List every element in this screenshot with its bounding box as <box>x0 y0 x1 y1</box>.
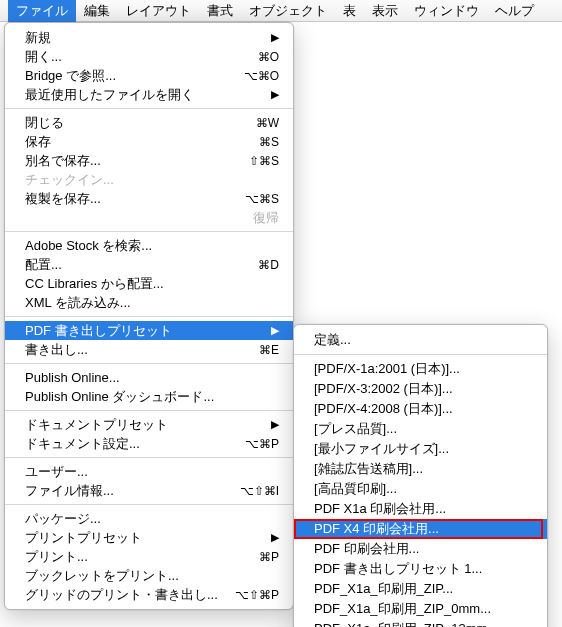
menu-item-label: グリッドのプリント・書き出し... <box>25 586 235 604</box>
submenu-item[interactable]: 定義... <box>294 330 547 350</box>
menu-item-label: 別名で保存... <box>25 152 249 170</box>
submenu-arrow-icon: ▶ <box>271 88 279 101</box>
menu-item[interactable]: Bridge で参照...⌥⌘O <box>5 66 293 85</box>
menu-item[interactable]: 新規▶ <box>5 28 293 47</box>
menu-item-label: 開く... <box>25 48 258 66</box>
menu-item-label: ブックレットをプリント... <box>25 567 279 585</box>
menu-item[interactable]: Publish Online ダッシュボード... <box>5 387 293 406</box>
menu-item[interactable]: グリッドのプリント・書き出し...⌥⇧⌘P <box>5 585 293 604</box>
menu-item[interactable]: ドキュメント設定...⌥⌘P <box>5 434 293 453</box>
menu-item-label: CC Libraries から配置... <box>25 275 279 293</box>
menu-item-shortcut: ⌥⌘P <box>245 437 279 451</box>
menu-item[interactable]: 最近使用したファイルを開く▶ <box>5 85 293 104</box>
menu-item-label: 保存 <box>25 133 259 151</box>
submenu-item[interactable]: [PDF/X-3:2002 (日本)]... <box>294 379 547 399</box>
menu-item[interactable]: 配置...⌘D <box>5 255 293 274</box>
submenu-item[interactable]: PDF 印刷会社用... <box>294 539 547 559</box>
menu-item-label: 書き出し... <box>25 341 259 359</box>
menu-item[interactable]: ユーザー... <box>5 462 293 481</box>
menu-item[interactable]: 書き出し...⌘E <box>5 340 293 359</box>
submenu-arrow-icon: ▶ <box>271 324 279 337</box>
menu-item-label: プリント... <box>25 548 259 566</box>
menu-item: 復帰 <box>5 208 293 227</box>
menu-item-label: 最近使用したファイルを開く <box>25 86 271 104</box>
menubar-item[interactable]: 書式 <box>199 0 241 22</box>
submenu-item[interactable]: PDF 書き出しプリセット 1... <box>294 559 547 579</box>
menu-item[interactable]: プリント...⌘P <box>5 547 293 566</box>
menu-item-shortcut: ⇧⌘S <box>249 154 279 168</box>
menu-item-shortcut: ⌘S <box>259 135 279 149</box>
menu-item-shortcut: ⌘O <box>258 50 279 64</box>
menubar-item[interactable]: 編集 <box>76 0 118 22</box>
menu-item-label: チェックイン... <box>25 171 279 189</box>
menu-item[interactable]: プリントプリセット▶ <box>5 528 293 547</box>
submenu-item[interactable]: [PDF/X-1a:2001 (日本)]... <box>294 359 547 379</box>
menu-item[interactable]: CC Libraries から配置... <box>5 274 293 293</box>
menu-item-label: 新規 <box>25 29 271 47</box>
submenu-item[interactable]: PDF X4 印刷会社用... <box>294 519 547 539</box>
menu-item[interactable]: パッケージ... <box>5 509 293 528</box>
submenu-item[interactable]: PDF_X1a_印刷用_ZIP... <box>294 579 547 599</box>
menu-separator <box>5 504 293 505</box>
menu-item[interactable]: ドキュメントプリセット▶ <box>5 415 293 434</box>
menu-item: チェックイン... <box>5 170 293 189</box>
menu-item[interactable]: 閉じる⌘W <box>5 113 293 132</box>
menu-item-label: Bridge で参照... <box>25 67 244 85</box>
menu-item-label: PDF 書き出しプリセット <box>25 322 271 340</box>
file-menu-dropdown: 新規▶開く...⌘OBridge で参照...⌥⌘O最近使用したファイルを開く▶… <box>4 22 294 610</box>
submenu-item[interactable]: PDF_X1a_印刷用_ZIP_0mm... <box>294 599 547 619</box>
menu-item-label: 配置... <box>25 256 258 274</box>
menu-item[interactable]: Adobe Stock を検索... <box>5 236 293 255</box>
menubar-item[interactable]: ヘルプ <box>487 0 542 22</box>
submenu-arrow-icon: ▶ <box>271 531 279 544</box>
menu-item-shortcut: ⌘D <box>258 258 279 272</box>
submenu-item[interactable]: [PDF/X-4:2008 (日本)]... <box>294 399 547 419</box>
pdf-export-preset-submenu: 定義...[PDF/X-1a:2001 (日本)]...[PDF/X-3:200… <box>293 324 548 627</box>
menu-item[interactable]: 開く...⌘O <box>5 47 293 66</box>
menu-item-label: ユーザー... <box>25 463 279 481</box>
submenu-item[interactable]: [最小ファイルサイズ]... <box>294 439 547 459</box>
menu-separator <box>5 231 293 232</box>
menu-item-label: ファイル情報... <box>25 482 240 500</box>
menu-item[interactable]: 複製を保存...⌥⌘S <box>5 189 293 208</box>
menu-item[interactable]: Publish Online... <box>5 368 293 387</box>
submenu-item[interactable]: [プレス品質]... <box>294 419 547 439</box>
menu-item[interactable]: 保存⌘S <box>5 132 293 151</box>
submenu-item[interactable]: PDF_X1a_印刷用_ZIP_13mm... <box>294 619 547 627</box>
menu-item-label: ドキュメントプリセット <box>25 416 271 434</box>
submenu-arrow-icon: ▶ <box>271 31 279 44</box>
menubar-item[interactable]: 表 <box>335 0 364 22</box>
menubar: ファイル編集レイアウト書式オブジェクト表表示ウィンドウヘルプ <box>0 0 562 22</box>
menu-separator <box>5 363 293 364</box>
menubar-item[interactable]: ウィンドウ <box>406 0 487 22</box>
menu-item-shortcut: ⌥⌘S <box>245 192 279 206</box>
menubar-item[interactable]: 表示 <box>364 0 406 22</box>
submenu-item[interactable]: PDF X1a 印刷会社用... <box>294 499 547 519</box>
menu-item-label: Adobe Stock を検索... <box>25 237 279 255</box>
menubar-item[interactable]: ファイル <box>8 0 76 22</box>
menu-separator <box>5 410 293 411</box>
menu-item-label: Publish Online... <box>25 370 279 385</box>
submenu-arrow-icon: ▶ <box>271 418 279 431</box>
menubar-item[interactable]: レイアウト <box>118 0 199 22</box>
menu-item-shortcut: ⌥⇧⌘P <box>235 588 279 602</box>
menu-item-label: パッケージ... <box>25 510 279 528</box>
menu-item[interactable]: 別名で保存...⇧⌘S <box>5 151 293 170</box>
menu-item-shortcut: ⌘W <box>256 116 279 130</box>
menu-item-label: Publish Online ダッシュボード... <box>25 388 279 406</box>
menu-separator <box>5 108 293 109</box>
menu-separator <box>5 457 293 458</box>
menubar-item[interactable]: オブジェクト <box>241 0 335 22</box>
menu-item-label: 復帰 <box>25 209 279 227</box>
menu-item-shortcut: ⌥⌘O <box>244 69 279 83</box>
menu-item[interactable]: ブックレットをプリント... <box>5 566 293 585</box>
menu-separator <box>5 316 293 317</box>
menu-item[interactable]: ファイル情報...⌥⇧⌘I <box>5 481 293 500</box>
submenu-item[interactable]: [高品質印刷]... <box>294 479 547 499</box>
menu-item[interactable]: XML を読み込み... <box>5 293 293 312</box>
menu-item-shortcut: ⌥⇧⌘I <box>240 484 279 498</box>
menu-separator <box>294 354 547 355</box>
submenu-item[interactable]: [雑誌広告送稿用]... <box>294 459 547 479</box>
menu-item-shortcut: ⌘P <box>259 550 279 564</box>
menu-item[interactable]: PDF 書き出しプリセット▶ <box>5 321 293 340</box>
